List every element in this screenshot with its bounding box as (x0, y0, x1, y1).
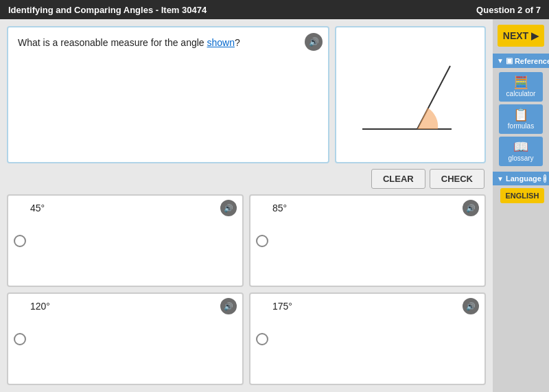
item-title: Identifying and Comparing Angles - Item … (8, 5, 207, 15)
audio-icon-a: 🔊 (224, 204, 233, 213)
radio-d[interactable] (256, 333, 268, 345)
chevron-down-icon: ▼ (497, 57, 504, 65)
action-row: CLEAR CHECK (7, 169, 486, 189)
reference-label: ▼ ▣ Reference (497, 56, 545, 65)
choice-b[interactable]: 🔊 85° (249, 194, 486, 287)
audio-icon-c: 🔊 (224, 302, 233, 311)
calculator-icon: 🧮 (513, 76, 528, 89)
glossary-button[interactable]: 📖 glossary (499, 137, 543, 166)
angle-image-box (335, 26, 486, 163)
language-chevron-icon: ▼ (497, 175, 504, 183)
question-audio-button[interactable]: 🔊 (305, 33, 323, 51)
choice-a-label: 45° (30, 201, 45, 214)
choice-b-audio-button[interactable]: 🔊 (463, 200, 479, 216)
audio-icon-b: 🔊 (466, 204, 476, 213)
question-text: What is a reasonable measure for the ang… (18, 36, 318, 50)
formulas-label: formulas (508, 122, 534, 130)
choice-a-audio-button[interactable]: 🔊 (220, 200, 237, 216)
formulas-button[interactable]: 📋 formulas (499, 104, 543, 134)
radio-a[interactable] (14, 235, 26, 247)
calculator-label: calculator (506, 90, 536, 97)
english-button[interactable]: ENGLISH (500, 188, 544, 203)
language-section: ▼ Language i (493, 172, 549, 185)
question-box: 🔊 What is a reasonable measure for the a… (7, 26, 329, 163)
formulas-icon: 📋 (513, 108, 528, 121)
calculator-button[interactable]: 🧮 calculator (499, 72, 543, 102)
glossary-label: glossary (508, 154, 533, 162)
radio-b[interactable] (256, 235, 268, 247)
next-label: NEXT (503, 30, 528, 41)
clear-button[interactable]: CLEAR (371, 169, 425, 189)
choice-c-audio-button[interactable]: 🔊 (220, 298, 237, 314)
language-info-icon: i (544, 174, 547, 183)
choice-d-label: 175° (272, 299, 292, 312)
choices-grid: 🔊 45° 🔊 85° 🔊 120° (7, 194, 486, 385)
reference-section: ▼ ▣ Reference (493, 54, 549, 68)
sidebar: NEXT ▶ ▼ ▣ Reference 🧮 calculator 📋 form… (493, 19, 549, 392)
choice-d-audio-button[interactable]: 🔊 (463, 298, 479, 314)
choice-c[interactable]: 🔊 120° (7, 292, 244, 385)
top-bar: Identifying and Comparing Angles - Item … (0, 0, 549, 19)
next-button[interactable]: NEXT ▶ (498, 25, 544, 47)
content-area: 🔊 What is a reasonable measure for the a… (0, 19, 493, 392)
main-layout: 🔊 What is a reasonable measure for the a… (0, 19, 549, 392)
glossary-icon: 📖 (513, 141, 528, 153)
choice-a[interactable]: 🔊 45° (7, 194, 244, 287)
language-label: ▼ Language i (497, 174, 545, 183)
radio-c[interactable] (14, 333, 26, 345)
choice-c-label: 120° (30, 299, 50, 312)
question-progress: Question 2 of 7 (476, 5, 541, 15)
choice-d[interactable]: 🔊 175° (249, 292, 486, 385)
reference-icon: ▣ (506, 56, 513, 65)
shown-link[interactable]: shown (207, 37, 235, 48)
question-row: 🔊 What is a reasonable measure for the a… (7, 26, 486, 163)
next-arrow-icon: ▶ (531, 30, 539, 41)
angle-diagram (349, 40, 472, 150)
check-button[interactable]: CHECK (430, 169, 484, 189)
audio-icon: 🔊 (309, 37, 319, 47)
choice-b-label: 85° (272, 201, 287, 214)
audio-icon-d: 🔊 (466, 302, 476, 311)
